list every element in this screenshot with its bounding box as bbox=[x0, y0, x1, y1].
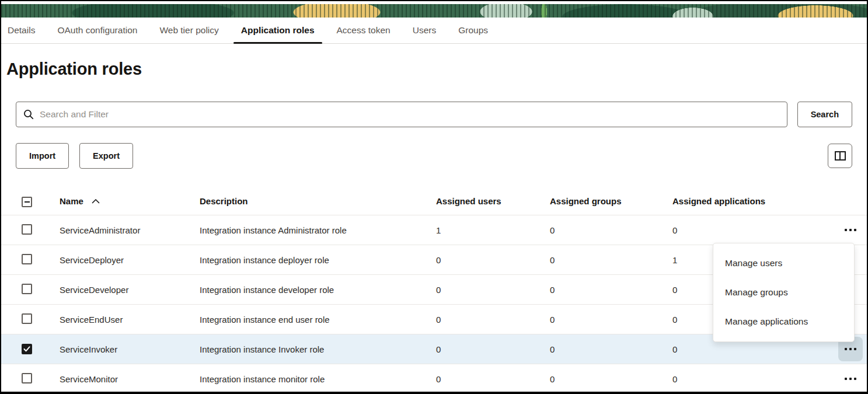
search-button[interactable]: Search bbox=[797, 102, 852, 127]
toolbar: Import Export bbox=[16, 143, 852, 169]
cell-assigned-groups: 0 bbox=[550, 344, 672, 354]
cell-assigned-users: 0 bbox=[436, 374, 550, 384]
cell-assigned-applications: 0 bbox=[672, 344, 834, 354]
cell-name: ServiceDeployer bbox=[60, 255, 200, 265]
cell-assigned-users: 1 bbox=[436, 225, 550, 235]
row-checkbox-checked[interactable] bbox=[22, 344, 32, 354]
search-row: Search bbox=[16, 102, 852, 127]
search-icon bbox=[23, 109, 34, 120]
tab-details[interactable]: Details bbox=[1, 18, 46, 43]
manage-columns-button[interactable] bbox=[828, 144, 852, 168]
cell-assigned-groups: 0 bbox=[550, 285, 672, 295]
cell-description: Integration instance deployer role bbox=[200, 255, 436, 265]
row-actions-menu: Manage users Manage groups Manage applic… bbox=[713, 243, 855, 342]
cell-assigned-applications: 0 bbox=[672, 374, 834, 384]
cell-assigned-users: 0 bbox=[436, 255, 550, 265]
menu-item-manage-groups[interactable]: Manage groups bbox=[713, 278, 854, 307]
search-input[interactable] bbox=[40, 109, 780, 120]
cell-name: ServiceMonitor bbox=[60, 374, 200, 384]
table-row[interactable]: ServiceMonitor Integration instance moni… bbox=[1, 364, 867, 393]
column-header-name-label: Name bbox=[60, 196, 83, 206]
sort-ascending-icon bbox=[92, 198, 100, 204]
row-checkbox[interactable] bbox=[22, 373, 32, 383]
cell-name: ServiceAdministrator bbox=[60, 225, 200, 235]
row-checkbox[interactable] bbox=[22, 284, 32, 294]
cell-description: Integration instance Administrator role bbox=[200, 225, 436, 235]
tab-groups[interactable]: Groups bbox=[447, 18, 499, 43]
cell-name: ServiceInvoker bbox=[60, 344, 200, 354]
cell-description: Integration instance developer role bbox=[200, 285, 436, 295]
cell-assigned-groups: 0 bbox=[550, 225, 672, 235]
decorative-banner bbox=[1, 4, 867, 18]
tab-application-roles[interactable]: Application roles bbox=[230, 18, 326, 43]
app-window: Details OAuth configuration Web tier pol… bbox=[0, 0, 868, 394]
row-checkbox[interactable] bbox=[22, 224, 32, 235]
row-checkbox[interactable] bbox=[22, 313, 32, 324]
column-header-assigned-groups[interactable]: Assigned groups bbox=[550, 196, 672, 206]
cell-description: Integration instance monitor role bbox=[200, 374, 436, 384]
menu-item-manage-users[interactable]: Manage users bbox=[713, 249, 854, 278]
cell-assigned-users: 0 bbox=[436, 344, 550, 354]
export-button[interactable]: Export bbox=[79, 143, 133, 169]
cell-assigned-users: 0 bbox=[436, 285, 550, 295]
row-checkbox[interactable] bbox=[22, 254, 32, 264]
row-actions-button[interactable] bbox=[838, 218, 863, 242]
columns-icon bbox=[835, 151, 846, 161]
tab-oauth-configuration[interactable]: OAuth configuration bbox=[46, 18, 148, 43]
cell-assigned-groups: 0 bbox=[550, 374, 672, 384]
cell-description: Integration instance Invoker role bbox=[200, 344, 436, 354]
search-box[interactable] bbox=[16, 102, 787, 127]
cell-assigned-groups: 0 bbox=[550, 255, 672, 265]
tab-users[interactable]: Users bbox=[402, 18, 447, 43]
cell-name: ServiceEndUser bbox=[60, 315, 200, 325]
tab-web-tier-policy[interactable]: Web tier policy bbox=[148, 18, 229, 43]
cell-assigned-users: 0 bbox=[436, 315, 550, 325]
table-header: Name Description Assigned users Assigned… bbox=[1, 187, 867, 215]
column-header-assigned-applications[interactable]: Assigned applications bbox=[672, 196, 834, 206]
cell-assigned-applications: 0 bbox=[672, 225, 834, 235]
page-title: Application roles bbox=[6, 60, 867, 79]
cell-assigned-groups: 0 bbox=[550, 315, 672, 325]
tab-access-token[interactable]: Access token bbox=[326, 18, 402, 43]
import-button[interactable]: Import bbox=[16, 143, 69, 169]
column-header-assigned-users[interactable]: Assigned users bbox=[436, 196, 550, 206]
row-actions-button[interactable] bbox=[838, 367, 863, 391]
column-header-description[interactable]: Description bbox=[200, 196, 436, 206]
tab-bar: Details OAuth configuration Web tier pol… bbox=[1, 18, 867, 44]
column-header-name[interactable]: Name bbox=[60, 196, 200, 206]
table-row[interactable]: ServiceAdministrator Integration instanc… bbox=[1, 215, 867, 245]
cell-name: ServiceDeveloper bbox=[60, 285, 200, 295]
cell-description: Integration instance end user role bbox=[200, 315, 436, 325]
menu-item-manage-applications[interactable]: Manage applications bbox=[713, 307, 854, 336]
select-all-checkbox[interactable] bbox=[22, 197, 32, 207]
